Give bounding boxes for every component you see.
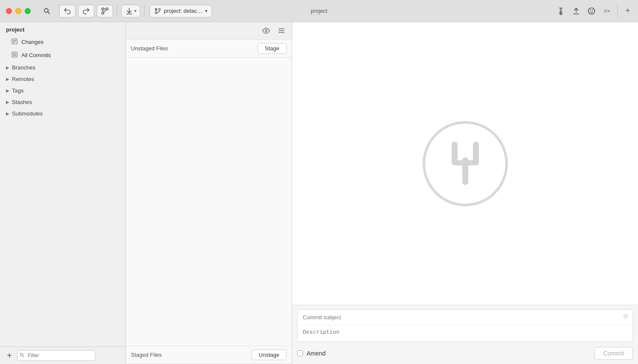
tags-chevron: ▶ (6, 88, 9, 93)
share-icon-button[interactable] (569, 5, 583, 17)
sidebar-item-changes-label: Changes (21, 39, 44, 45)
panel-toolbar (126, 22, 292, 40)
titlebar: ▾ project: detac… ▾ project (0, 0, 638, 22)
more-button[interactable]: >> (600, 5, 614, 17)
toolbar-divider (117, 5, 117, 17)
subject-wrap (297, 309, 633, 325)
fetch-button[interactable]: ▾ (121, 5, 140, 17)
branches-chevron: ▶ (6, 65, 9, 70)
fork-circle (423, 121, 508, 206)
undo-button[interactable] (59, 5, 75, 17)
stashes-chevron: ▶ (6, 100, 9, 104)
filter-wrap (17, 350, 121, 361)
svg-point-23 (265, 30, 267, 32)
svg-line-22 (23, 355, 24, 357)
diff-view (292, 22, 638, 305)
filter-input[interactable] (17, 350, 96, 361)
submodules-chevron: ▶ (6, 111, 9, 116)
toolbar-group (58, 5, 114, 17)
unstaged-files-list (126, 58, 292, 346)
menu-button[interactable] (276, 25, 287, 37)
filter-icon (20, 353, 24, 358)
unstaged-files-label: Unstaged Files (131, 45, 168, 52)
sidebar-footer: + (0, 347, 125, 364)
amend-checkbox[interactable] (297, 350, 303, 356)
maximize-button[interactable] (25, 8, 31, 14)
svg-point-2 (102, 12, 104, 14)
commit-area: Amend Commit (292, 305, 638, 364)
usb-icon-button[interactable] (554, 5, 568, 17)
svg-point-10 (589, 8, 595, 14)
amend-wrap: Amend (297, 350, 325, 357)
commit-footer: Amend Commit (297, 347, 633, 360)
svg-point-7 (155, 12, 157, 14)
commit-description-input[interactable] (297, 325, 633, 342)
amend-label: Amend (307, 350, 325, 357)
sidebar-item-all-commits-label: All Commits (21, 52, 51, 58)
svg-rect-30 (452, 160, 479, 165)
emoji-icon-button[interactable] (585, 5, 598, 17)
commit-button[interactable]: Commit (594, 347, 633, 360)
search-button[interactable] (39, 5, 55, 17)
unstaged-header: Unstaged Files Stage (126, 40, 292, 58)
sidebar-group-stashes[interactable]: ▶ Stashes (0, 96, 125, 108)
svg-point-0 (44, 9, 48, 12)
svg-point-21 (20, 353, 23, 356)
remotes-chevron: ▶ (6, 77, 9, 81)
sidebar-group-submodules[interactable]: ▶ Submodules (0, 108, 125, 119)
sidebar-group-submodules-label: Submodules (12, 110, 43, 117)
close-button[interactable] (6, 8, 12, 14)
branch-selector[interactable]: project: detac… ▾ (150, 5, 212, 17)
sidebar-item-changes[interactable]: Changes (3, 36, 123, 48)
add-tab-button[interactable]: + (621, 5, 635, 17)
unstaged-section: Unstaged Files Stage (126, 40, 292, 346)
changes-icon (11, 38, 18, 46)
center-panel: Unstaged Files Stage Staged Files Unstag… (126, 22, 292, 364)
svg-point-3 (106, 8, 108, 10)
sidebar-item-all-commits[interactable]: All Commits (3, 49, 123, 61)
svg-point-6 (159, 9, 160, 10)
sidebar-project-label: project (0, 22, 125, 35)
sidebar: project Changes All (0, 22, 126, 364)
svg-point-9 (560, 13, 561, 14)
sidebar-group-remotes-label: Remotes (12, 76, 34, 82)
branch-label: project: detac… (164, 8, 203, 14)
sidebar-group-branches[interactable]: ▶ Branches (0, 62, 125, 73)
merge-button[interactable] (97, 5, 113, 17)
sidebar-group-remotes[interactable]: ▶ Remotes (0, 73, 125, 85)
svg-line-1 (48, 12, 50, 14)
minimize-button[interactable] (15, 8, 21, 14)
sidebar-group-tags-label: Tags (12, 87, 23, 94)
right-panel: Amend Commit (292, 22, 638, 364)
redo-button[interactable] (78, 5, 94, 17)
sidebar-group-tags[interactable]: ▶ Tags (0, 85, 125, 96)
eye-button[interactable] (260, 25, 272, 37)
window-title: project (310, 8, 327, 14)
fork-logo (423, 121, 508, 206)
svg-point-4 (102, 8, 104, 10)
toolbar-divider2 (144, 5, 145, 17)
staged-section: Staged Files Unstage (126, 346, 292, 364)
all-commits-icon (11, 51, 18, 59)
titlebar-right: >> + (554, 5, 638, 17)
commit-subject-input[interactable] (297, 309, 633, 325)
staged-header: Staged Files Unstage (126, 346, 292, 364)
unstage-button[interactable]: Unstage (252, 350, 287, 360)
align-icon (623, 314, 629, 321)
add-sidebar-item-button[interactable]: + (4, 350, 14, 361)
traffic-lights (0, 8, 31, 14)
staged-files-label: Staged Files (131, 352, 162, 358)
stage-button[interactable]: Stage (258, 43, 287, 54)
sidebar-group-branches-label: Branches (12, 64, 35, 71)
main-content: project Changes All (0, 22, 638, 364)
sidebar-group-stashes-label: Stashes (12, 99, 32, 105)
